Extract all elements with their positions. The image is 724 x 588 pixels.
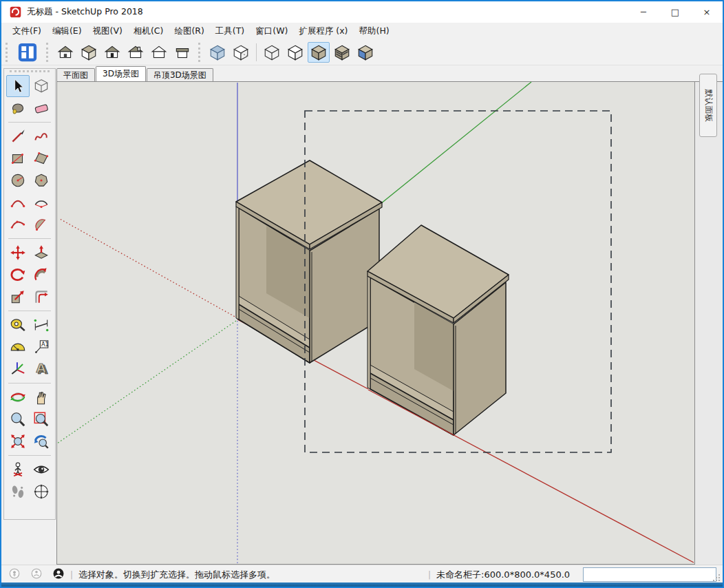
tool-make-component[interactable] (30, 75, 53, 97)
arc-icon (32, 216, 50, 233)
tool-freehand[interactable] (30, 125, 53, 147)
tool-paint-bucket[interactable] (6, 97, 30, 119)
menu-item-2[interactable]: 视图(V) (87, 23, 128, 39)
view-front-button[interactable] (101, 42, 123, 63)
move-icon (9, 244, 27, 262)
default-panel-tab-label: 默认面板 (703, 89, 714, 122)
close-button[interactable]: × (691, 1, 723, 23)
toolbar-grip[interactable] (46, 43, 50, 62)
menu-item-5[interactable]: 工具(T) (210, 23, 250, 39)
style-hiddenline-button[interactable] (284, 42, 306, 63)
tool-rotate[interactable] (6, 264, 30, 286)
tool-row-15 (4, 430, 55, 452)
style-textures-button[interactable] (331, 42, 353, 63)
scene-tab-2[interactable]: 吊顶3D场景图 (147, 68, 213, 81)
menu-item-0[interactable]: 文件(F) (7, 23, 47, 39)
geolocation-icon (8, 567, 21, 580)
tool-pan[interactable] (30, 386, 53, 408)
tool-palette: A1AA (3, 68, 56, 520)
tool-line[interactable] (6, 125, 30, 147)
statusbar: | 选择对象。切换到扩充选择。拖动鼠标选择多项。 | 未命名柜子:600.0*8… (1, 565, 723, 584)
3d-text-icon: AA (32, 360, 50, 378)
tool-eraser[interactable] (30, 97, 53, 119)
tool-dimension[interactable] (30, 314, 53, 336)
account-button[interactable] (52, 567, 65, 582)
tool-zoom-previous[interactable] (30, 430, 53, 452)
viewport-3d[interactable] (56, 81, 695, 565)
scene-tab-0[interactable]: 平面图 (56, 68, 95, 81)
tool-row-16 (4, 459, 55, 481)
right-panel-strip: 默认面板 (695, 81, 723, 565)
section-plane-icon (32, 483, 50, 501)
tool-offset[interactable] (30, 286, 53, 308)
zoom-window-icon (32, 410, 50, 428)
toolbar-separator (256, 43, 257, 61)
tool-orbit[interactable] (6, 386, 30, 408)
style-backedges-button[interactable] (230, 42, 252, 63)
select-icon (9, 77, 27, 95)
tool-text[interactable]: A1 (30, 336, 53, 358)
style-textures-icon (333, 43, 351, 61)
tool-position-camera[interactable] (6, 459, 30, 481)
tool-tape-measure[interactable] (6, 314, 30, 336)
tool-push-pull[interactable] (30, 242, 53, 264)
menu-item-4[interactable]: 绘图(R) (169, 23, 209, 39)
tool-move[interactable] (6, 242, 30, 264)
tool-select[interactable] (6, 75, 30, 97)
tool-row-1 (4, 97, 55, 119)
toolbar-grip[interactable] (6, 43, 10, 62)
tool-axes[interactable] (6, 358, 30, 380)
tool-zoom-extents[interactable] (6, 430, 30, 452)
style-wireframe-button[interactable] (261, 42, 283, 63)
tool-row-11: A1 (4, 336, 55, 358)
scene-tab-1[interactable]: 3D场景图 (96, 66, 146, 81)
tool-scale[interactable] (6, 286, 30, 308)
tool-arc[interactable] (30, 213, 53, 235)
view-top-button[interactable] (78, 42, 100, 63)
menu-item-3[interactable]: 相机(C) (128, 23, 169, 39)
toolbar-grip[interactable] (198, 43, 202, 62)
plugin-button[interactable] (14, 41, 41, 64)
default-panel-tab[interactable]: 默认面板 (699, 74, 717, 137)
maximize-button[interactable]: □ (659, 1, 691, 23)
style-xray-button[interactable] (206, 42, 228, 63)
tool-section-plane[interactable] (30, 481, 53, 503)
tool-rotated-rectangle[interactable] (30, 147, 53, 169)
view-left-button[interactable] (171, 42, 193, 63)
measurements-input[interactable] (583, 567, 716, 582)
tool-circle[interactable] (6, 169, 30, 191)
menu-item-1[interactable]: 编辑(E) (47, 23, 87, 39)
menu-item-8[interactable]: 帮助(H) (354, 23, 395, 39)
tool-zoom[interactable] (6, 408, 30, 430)
tool-follow-me[interactable] (30, 264, 53, 286)
style-shaded-button[interactable] (308, 42, 330, 63)
tool-polygon[interactable] (30, 169, 53, 191)
view-back-button[interactable] (148, 42, 170, 63)
tool-rectangle[interactable] (6, 147, 30, 169)
tool-two-point-arc[interactable] (6, 191, 30, 213)
tool-protractor[interactable] (6, 336, 30, 358)
menu-item-6[interactable]: 窗口(W) (250, 23, 293, 39)
tool-row-5 (4, 191, 55, 213)
view-iso-button[interactable] (54, 42, 76, 63)
claim-credit-button[interactable] (30, 567, 43, 582)
tool-look-around[interactable] (30, 459, 53, 481)
tool-3d-text[interactable]: AA (30, 358, 53, 380)
minimize-button[interactable]: ─ (628, 1, 659, 23)
tool-pie[interactable] (30, 191, 53, 213)
tool-walk[interactable] (6, 481, 30, 503)
resize-grip[interactable] (712, 574, 721, 582)
window-title: 无标题 - SketchUp Pro 2018 (27, 6, 143, 18)
tool-row-8 (4, 264, 55, 286)
circle-icon (9, 171, 27, 189)
rotated-rectangle-icon (32, 149, 50, 167)
style-monochrome-icon (356, 43, 374, 61)
menu-item-7[interactable]: 扩展程序 (x) (293, 23, 353, 39)
account-icon (52, 567, 65, 580)
tool-zoom-window[interactable] (30, 408, 53, 430)
paint-bucket-icon (9, 99, 27, 117)
style-monochrome-button[interactable] (354, 42, 376, 63)
tool-three-point-arc[interactable] (6, 213, 30, 235)
geolocation-button[interactable] (8, 567, 21, 582)
view-right-button[interactable] (125, 42, 147, 63)
